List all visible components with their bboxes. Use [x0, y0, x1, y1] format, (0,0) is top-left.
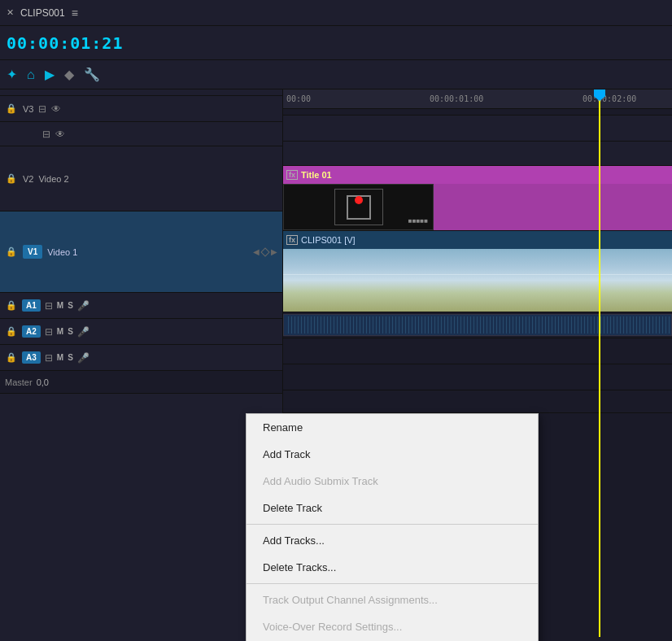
a1-lock-icon[interactable]: 🔒 [5, 300, 18, 311]
v1-badge: V1 [23, 245, 42, 259]
track-a3-timeline [283, 364, 672, 390]
ctx-item-add-audio-submix: Add Audio Submix Track [247, 468, 538, 495]
track-a3-row: 🔒 A3 ⊟ M S 🎤 [0, 345, 282, 371]
tool-settings-icon[interactable]: 🔧 [84, 67, 100, 82]
track-v1-timeline: fx CLIPS001 [V] [283, 231, 672, 312]
track-panel: 🔒 V3 ⊟ 👁 ⊟ 👁 🔒 V2 Video 2 🔒 V1 Video 1 ◀… [0, 89, 283, 641]
ruler-mark-0: 00:00 [286, 94, 311, 103]
v2-sync-icon[interactable]: ⊟ [42, 129, 50, 140]
context-menu: RenameAdd TrackAdd Audio Submix TrackDel… [246, 413, 539, 641]
ctx-item-delete-tracks[interactable]: Delete Tracks... [247, 554, 538, 581]
ctx-separator [247, 524, 538, 525]
a3-lock-icon[interactable]: 🔒 [5, 352, 18, 363]
master-value: 0,0 [37, 377, 49, 387]
track-v2-row: 🔒 V2 Video 2 [0, 146, 282, 211]
clip-v1-header[interactable]: fx CLIPS001 [V] [283, 231, 672, 249]
v3-label: V3 [23, 104, 33, 114]
v2-label: Video 2 [38, 174, 68, 184]
a1-mic-icon[interactable]: 🎤 [77, 300, 89, 312]
tool-razor-icon[interactable]: ▶ [45, 67, 55, 82]
track-v2-icons-timeline [283, 142, 672, 166]
a2-mic-icon[interactable]: 🎤 [77, 326, 89, 338]
timecode-bar: 00:00:01:21 [0, 26, 672, 60]
track-v3-timeline [283, 116, 672, 142]
horizon-line [283, 274, 672, 275]
v2-lock-icon[interactable]: 🔒 [5, 173, 18, 184]
v3-lock-icon[interactable]: 🔒 [5, 103, 18, 114]
kf-next-icon[interactable]: ▶ [271, 247, 277, 256]
main-area: 00:00 00:00:01:00 00:00:02:00 fx Title 0… [0, 89, 672, 641]
v3-eye-icon[interactable]: 👁 [51, 103, 61, 115]
track-v3-row: 🔒 V3 ⊟ 👁 [0, 96, 282, 122]
a2-m-button[interactable]: M [57, 327, 63, 336]
red-dot [355, 196, 363, 204]
clip-v1-label: CLIPS001 [V] [301, 235, 356, 245]
clip-v2-thumbnail: ■■■■■ [283, 184, 434, 230]
close-button[interactable]: ✕ [7, 7, 14, 18]
ctx-item-add-tracks[interactable]: Add Tracks... [247, 527, 538, 554]
track-a2-timeline [283, 338, 672, 364]
v3-sync-icon[interactable]: ⊟ [38, 103, 46, 115]
ctx-item-add-track[interactable]: Add Track [247, 441, 538, 468]
kf-diamond[interactable] [260, 247, 269, 256]
fx-badge-title01: fx [286, 170, 298, 180]
kf-prev-icon[interactable]: ◀ [253, 247, 260, 256]
tool-link-icon[interactable]: ⌂ [27, 68, 35, 82]
timecode-display[interactable]: 00:00:01:21 [7, 33, 123, 53]
a1-sync-icon[interactable]: ⊟ [45, 300, 53, 312]
a1-badge: A1 [22, 299, 41, 312]
a3-s-button[interactable]: S [68, 353, 73, 362]
panel-top-spacer [0, 89, 282, 96]
ctx-item-voice-over: Voice-Over Record Settings... [247, 613, 538, 640]
a2-lock-icon[interactable]: 🔒 [5, 326, 18, 337]
a1-m-button[interactable]: M [57, 301, 63, 310]
ruler-mark-1: 00:00:01:00 [430, 94, 483, 103]
clip-v1-thumb [283, 249, 672, 312]
a3-m-button[interactable]: M [57, 353, 63, 362]
track-a1-row: 🔒 A1 ⊟ M S 🎤 [0, 293, 282, 319]
track-a2-row: 🔒 A2 ⊟ M S 🎤 [0, 319, 282, 345]
clip-title01-header[interactable]: fx Title 01 [283, 166, 672, 184]
toolbar: ✦ ⌂ ▶ ◆ 🔧 [0, 60, 672, 89]
ctx-item-track-output: Track Output Channel Assignments... [247, 586, 538, 613]
a2-badge: A2 [22, 325, 41, 338]
a2-sync-icon[interactable]: ⊟ [45, 326, 53, 338]
master-label: Master [5, 377, 33, 387]
clip-title01-label: Title 01 [301, 170, 332, 180]
tool-marker-icon[interactable]: ◆ [64, 67, 74, 82]
a3-mic-icon[interactable]: 🎤 [77, 352, 89, 364]
waveform-a1 [286, 316, 670, 334]
clip-a1 [283, 314, 672, 336]
playhead-line [599, 89, 600, 637]
a2-s-button[interactable]: S [68, 327, 73, 336]
ruler-mark-2: 00:00:02:00 [583, 94, 636, 103]
panel-menu-icon[interactable]: ≡ [72, 7, 78, 20]
panel-title: CLIPS001 [20, 7, 65, 19]
ctx-separator [247, 583, 538, 584]
track-v2-icons-row: ⊟ 👁 [0, 122, 282, 146]
timeline-ruler: 00:00 00:00:01:00 00:00:02:00 [283, 89, 672, 109]
track-v2-timeline: fx Title 01 ■■■■■ [283, 166, 672, 231]
track-master-timeline [283, 390, 672, 413]
fx-badge-v1: fx [286, 235, 298, 245]
track-master-row: Master 0,0 [0, 371, 282, 394]
track-v1-row: 🔒 V1 Video 1 ◀ ▶ [0, 211, 282, 293]
tool-snap-icon[interactable]: ✦ [7, 67, 17, 82]
ctx-item-rename[interactable]: Rename [247, 414, 538, 441]
v1-keyframe-nav: ◀ ▶ [253, 247, 277, 256]
v2-id: V2 [23, 174, 33, 184]
ctx-item-delete-track[interactable]: Delete Track [247, 495, 538, 521]
a3-sync-icon[interactable]: ⊟ [45, 352, 53, 364]
v1-label: Video 1 [47, 247, 77, 257]
a3-badge: A3 [22, 351, 41, 364]
timeline-spacer-top [283, 109, 672, 116]
a1-s-button[interactable]: S [68, 301, 73, 310]
header-bar: ✕ CLIPS001 ≡ [0, 0, 672, 26]
v1-lock-icon[interactable]: 🔒 [5, 246, 18, 257]
track-a1-timeline [283, 312, 672, 338]
v2-eye-icon[interactable]: 👁 [55, 129, 65, 140]
